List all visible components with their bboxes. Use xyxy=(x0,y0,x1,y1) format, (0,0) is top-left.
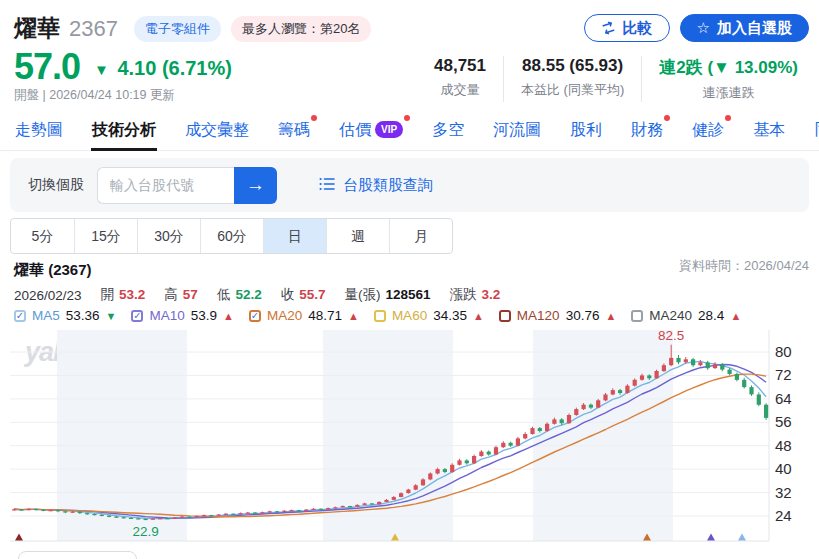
checkbox-icon[interactable] xyxy=(374,310,386,322)
session-info: 開盤 | 2026/04/24 10:19 更新 xyxy=(14,87,175,104)
nav-tab-8[interactable]: 財務 xyxy=(630,109,664,151)
checkbox-icon[interactable] xyxy=(631,310,643,322)
ohlc-value: 55.7 xyxy=(299,287,325,302)
ohlc-value: 128561 xyxy=(385,287,430,302)
checkbox-icon[interactable]: ✓ xyxy=(14,310,26,322)
notification-dot-icon xyxy=(311,115,317,121)
stat-label: 連漲連跌 xyxy=(659,84,798,102)
lower-panel-edge[interactable] xyxy=(18,551,137,559)
period-tab-6[interactable]: 月 xyxy=(389,219,452,253)
current-price: 57.0 xyxy=(14,46,80,88)
ma-toggle-MA5[interactable]: ✓MA553.36▼ xyxy=(14,308,116,323)
notification-dot-icon xyxy=(664,115,670,121)
svg-text:56: 56 xyxy=(775,413,792,430)
checkbox-icon[interactable]: ✓ xyxy=(249,310,261,322)
ma-toggle-MA10[interactable]: ✓MA1053.9▲ xyxy=(131,308,233,323)
svg-text:64: 64 xyxy=(775,390,792,407)
arrow-right-icon: → xyxy=(246,174,265,196)
search-submit-button[interactable]: → xyxy=(234,167,277,204)
ma-toggle-MA240[interactable]: MA24028.4▲ xyxy=(631,308,741,323)
ohlc-field: 低52.2 xyxy=(217,286,262,304)
ma-trend-icon: ▲ xyxy=(605,310,616,322)
period-tab-0[interactable]: 5分 xyxy=(11,219,74,253)
svg-text:22.9: 22.9 xyxy=(132,524,158,539)
nav-tab-6[interactable]: 河流圖 xyxy=(492,109,542,151)
stat-label: 成交量 xyxy=(434,81,486,99)
vip-badge: VIP xyxy=(375,121,403,138)
nav-tab-label: 技術分析 xyxy=(92,121,156,138)
candlestick-chart[interactable]: yahoo! 股市 807264564840322482.522.9 xyxy=(10,330,810,546)
stat-value: 88.55 (65.93) xyxy=(521,56,624,76)
stat-column: 88.55 (65.93)本益比 (同業平均) xyxy=(503,56,641,102)
nav-tab-label: 河流圖 xyxy=(493,121,541,138)
nav-tab-label: 多空 xyxy=(432,121,464,138)
ma-toggle-MA20[interactable]: ✓MA2048.71▲ xyxy=(249,308,359,323)
notification-dot-icon xyxy=(725,115,731,121)
nav-tab-7[interactable]: 股利 xyxy=(569,109,603,151)
nav-tab-11[interactable]: 同業比較 xyxy=(813,109,819,151)
ma-value: 30.76 xyxy=(566,308,600,323)
period-tab-4[interactable]: 日 xyxy=(263,219,326,253)
stock-code: 2367 xyxy=(69,16,118,42)
ma-toggle-MA60[interactable]: MA6034.35▲ xyxy=(374,308,484,323)
svg-text:72: 72 xyxy=(775,366,792,383)
period-tab-3[interactable]: 60分 xyxy=(200,219,263,253)
nav-tab-label: 估價 xyxy=(339,121,371,138)
nav-tab-9[interactable]: 健診 xyxy=(691,109,725,151)
checkbox-icon[interactable] xyxy=(499,310,511,322)
stat-column: 連2跌 (▼ 13.09%)連漲連跌 xyxy=(641,56,815,102)
ma-trend-icon: ▲ xyxy=(223,310,234,322)
period-tab-2[interactable]: 30分 xyxy=(137,219,200,253)
nav-tab-label: 走勢圖 xyxy=(15,121,63,138)
checkbox-icon[interactable]: ✓ xyxy=(131,310,143,322)
ma-value: 48.71 xyxy=(308,308,342,323)
nav-tab-label: 健診 xyxy=(692,121,724,138)
ma-label: MA20 xyxy=(267,308,302,323)
price-change: ▼ 4.10 (6.71%) xyxy=(94,57,232,80)
list-icon xyxy=(319,177,335,194)
svg-text:24: 24 xyxy=(775,507,792,524)
ma-toggle-MA120[interactable]: MA12030.76▲ xyxy=(499,308,616,323)
stat-column: 48,751成交量 xyxy=(417,56,503,102)
nav-tab-1[interactable]: 技術分析 xyxy=(91,109,157,151)
stock-search-group: → xyxy=(97,167,277,204)
down-triangle-icon: ▼ xyxy=(94,61,109,78)
ma-trend-icon: ▲ xyxy=(473,310,484,322)
nav-tab-2[interactable]: 成交彙整 xyxy=(184,109,250,151)
stat-label: 本益比 (同業平均) xyxy=(521,81,624,99)
compare-arrows-icon xyxy=(601,21,616,35)
chart-title: 燿華 (2367) xyxy=(14,261,92,280)
ma-value: 28.4 xyxy=(698,308,724,323)
nav-tab-3[interactable]: 籌碼 xyxy=(277,109,311,151)
ma-label: MA60 xyxy=(392,308,427,323)
nav-tab-10[interactable]: 基本 xyxy=(752,109,786,151)
ma-label: MA5 xyxy=(32,308,60,323)
add-watchlist-button[interactable]: ☆ 加入自選股 xyxy=(680,14,809,42)
stock-search-input[interactable] xyxy=(97,167,234,204)
compare-button-label: 比較 xyxy=(623,19,653,38)
period-tab-5[interactable]: 週 xyxy=(326,219,389,253)
category-query-link[interactable]: 台股類股查詢 xyxy=(319,176,433,195)
nav-tab-0[interactable]: 走勢圖 xyxy=(14,109,64,151)
ma-value: 34.35 xyxy=(433,308,467,323)
compare-button[interactable]: 比較 xyxy=(584,14,670,42)
star-icon: ☆ xyxy=(697,19,710,37)
sector-badge[interactable]: 電子零組件 xyxy=(134,16,221,42)
nav-tab-5[interactable]: 多空 xyxy=(431,109,465,151)
ohlc-value: 57 xyxy=(183,287,198,302)
nav-tab-label: 成交彙整 xyxy=(185,121,249,138)
ohlc-value: 52.2 xyxy=(235,287,261,302)
period-tab-1[interactable]: 15分 xyxy=(74,219,137,253)
ma-value: 53.36 xyxy=(66,308,100,323)
nav-tab-label: 籌碼 xyxy=(278,121,310,138)
nav-tab-4[interactable]: 估價VIP xyxy=(338,109,404,151)
ma-legend: ✓MA553.36▼✓MA1053.9▲✓MA2048.71▲MA6034.35… xyxy=(14,308,741,323)
popularity-badge: 最多人瀏覽：第20名 xyxy=(231,16,371,42)
ma-label: MA240 xyxy=(649,308,692,323)
nav-tabs: 走勢圖技術分析成交彙整籌碼估價VIP多空河流圖股利財務健診基本同業比較更多... xyxy=(0,109,819,151)
add-watchlist-label: 加入自選股 xyxy=(717,19,792,38)
nav-tab-label: 財務 xyxy=(631,121,663,138)
search-section: 切換個股 → 台股類股查詢 xyxy=(10,158,809,212)
nav-tab-label: 同業比較 xyxy=(814,121,819,138)
header-actions: 比較 ☆ 加入自選股 xyxy=(584,14,809,42)
